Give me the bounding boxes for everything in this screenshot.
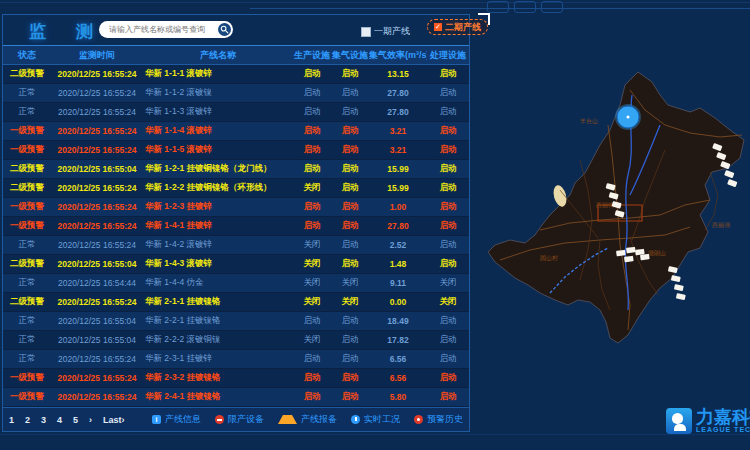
status-cell: 二级预警 [3, 293, 51, 312]
prod-facility-cell: 启动 [293, 160, 331, 179]
name-cell: 华新 1-1-4 滚镀锌 [143, 122, 293, 141]
legend-item[interactable]: 预警历史 [414, 413, 463, 426]
map-panel[interactable]: 羊台山西丽街道西丽湖园山村塘朗山 [480, 55, 750, 450]
legend-item[interactable]: 实时工况 [351, 413, 400, 426]
name-cell: 华新 2-2-1 挂镀镍铬 [143, 312, 293, 331]
page-button[interactable]: 3 [41, 415, 46, 425]
table-row[interactable]: 二级预警2020/12/25 16:55:24华新 1-1-1 滚镀锌启动启动1… [3, 65, 469, 84]
status-cell: 正常 [3, 312, 51, 331]
name-cell: 华新 1-2-2 挂镀铜镍铬（环形线） [143, 179, 293, 198]
gas-facility-cell: 启动 [331, 84, 369, 103]
prod-facility-cell: 关闭 [293, 255, 331, 274]
table-row[interactable]: 一级预警2020/12/25 16:55:24华新 1-4-1 挂镀锌启动启动2… [3, 217, 469, 236]
status-cell: 一级预警 [3, 369, 51, 388]
time-cell: 2020/12/25 16:55:24 [51, 350, 143, 369]
phase2-button[interactable]: ✓ 二期产线 [427, 19, 488, 35]
last-page-button[interactable]: Last› [103, 415, 125, 425]
gas-facility-cell: 启动 [331, 65, 369, 84]
name-cell: 华新 2-3-2 挂镀镍铬 [143, 369, 293, 388]
prod-facility-cell: 启动 [293, 122, 331, 141]
time-cell: 2020/12/25 16:55:24 [51, 122, 143, 141]
gas-facility-cell: 启动 [331, 122, 369, 141]
legend-item[interactable]: 产线报备 [278, 413, 337, 426]
site-marker[interactable] [674, 284, 684, 291]
site-marker[interactable] [724, 170, 734, 178]
table-row[interactable]: 二级预警2020/12/25 16:55:24华新 1-2-2 挂镀铜镍铬（环形… [3, 179, 469, 198]
treat-facility-cell: 启动 [427, 103, 469, 122]
table-row[interactable]: 正常2020/12/25 16:55:04华新 2-2-2 滚镀铜镍关闭启动17… [3, 331, 469, 350]
table-row[interactable]: 二级预警2020/12/25 16:55:04华新 1-4-3 滚镀锌关闭启动1… [3, 255, 469, 274]
table-row[interactable]: 一级预警2020/12/25 16:55:24华新 1-2-3 挂镀锌启动启动1… [3, 198, 469, 217]
prod-facility-cell: 启动 [293, 141, 331, 160]
monitoring-dashboard: 监测 一期产线 ✓ 二期产线 状态监测时间产线名称生产设施集气设施集气效率(m³… [0, 0, 750, 450]
name-cell: 华新 1-1-5 滚镀锌 [143, 141, 293, 160]
table-row[interactable]: 一级预警2020/12/25 16:55:24华新 1-1-5 滚镀锌启动启动3… [3, 141, 469, 160]
table-body: 二级预警2020/12/25 16:55:24华新 1-1-1 滚镀锌启动启动1… [3, 65, 469, 407]
name-cell: 华新 1-4-4 仿金 [143, 274, 293, 293]
legend-item[interactable]: i产线信息 [152, 413, 201, 426]
table-row[interactable]: 一级预警2020/12/25 16:55:24华新 2-4-1 挂镀镍铬启动启动… [3, 388, 469, 407]
monitor-table: 状态监测时间产线名称生产设施集气设施集气效率(m³/s)处理设施 二级预警202… [3, 45, 469, 407]
efficiency-cell: 3.21 [369, 122, 427, 141]
prod-facility-cell: 启动 [293, 65, 331, 84]
time-cell: 2020/12/25 16:55:24 [51, 236, 143, 255]
efficiency-cell: 6.56 [369, 369, 427, 388]
treat-facility-cell: 关闭 [427, 293, 469, 312]
gas-facility-cell: 启动 [331, 312, 369, 331]
deco-rect [514, 1, 536, 13]
checkbox-checked-icon: ✓ [434, 23, 442, 31]
report-icon [278, 415, 297, 424]
site-marker[interactable] [671, 275, 681, 282]
prod-facility-cell: 启动 [293, 312, 331, 331]
legend-label: 实时工况 [364, 413, 400, 426]
name-cell: 华新 1-2-3 挂镀锌 [143, 198, 293, 217]
column-header: 监测时间 [51, 46, 143, 65]
page-button[interactable]: 1 [9, 415, 14, 425]
page-button[interactable]: 4 [57, 415, 62, 425]
prod-facility-cell: 启动 [293, 217, 331, 236]
gas-facility-cell: 启动 [331, 141, 369, 160]
next-page-button[interactable]: › [89, 415, 92, 425]
legend-item[interactable]: 限产设备 [215, 413, 264, 426]
treat-facility-cell: 启动 [427, 350, 469, 369]
table-row[interactable]: 正常2020/12/25 16:55:24华新 1-4-2 滚镀锌关闭启动2.5… [3, 236, 469, 255]
treat-facility-cell: 启动 [427, 236, 469, 255]
monitor-panel: 监测 一期产线 ✓ 二期产线 状态监测时间产线名称生产设施集气设施集气效率(m³… [2, 14, 470, 432]
phase2-label: 二期产线 [445, 21, 481, 34]
site-marker[interactable] [727, 179, 737, 187]
table-row[interactable]: 正常2020/12/25 16:55:24华新 1-1-3 滚镀锌启动启动27.… [3, 103, 469, 122]
limit-icon [215, 415, 224, 424]
pagination: 12345›Last› [9, 415, 125, 425]
treat-facility-cell: 启动 [427, 255, 469, 274]
search-icon[interactable] [218, 23, 231, 36]
legend: i产线信息限产设备产线报备实时工况预警历史 [152, 413, 463, 426]
site-marker[interactable] [676, 293, 686, 300]
table-row[interactable]: 正常2020/12/25 16:55:24华新 1-1-2 滚镀镍启动启动27.… [3, 84, 469, 103]
table-row[interactable]: 正常2020/12/25 16:54:44华新 1-4-4 仿金关闭关闭9.11… [3, 274, 469, 293]
table-row[interactable]: 二级预警2020/12/25 16:55:04华新 1-2-1 挂镀铜镍铬（龙门… [3, 160, 469, 179]
table-row[interactable]: 正常2020/12/25 16:55:04华新 2-2-1 挂镀镍铬启动启动18… [3, 312, 469, 331]
table-row[interactable]: 一级预警2020/12/25 16:55:24华新 1-1-4 滚镀锌启动启动3… [3, 122, 469, 141]
efficiency-cell: 13.15 [369, 65, 427, 84]
gas-facility-cell: 关闭 [331, 274, 369, 293]
table-row[interactable]: 正常2020/12/25 16:55:24华新 2-3-1 挂镀锌启动启动6.5… [3, 350, 469, 369]
page-button[interactable]: 2 [25, 415, 30, 425]
phase1-checkbox[interactable]: 一期产线 [361, 25, 410, 38]
page-button[interactable]: 5 [73, 415, 78, 425]
search-input[interactable] [107, 24, 218, 35]
time-cell: 2020/12/25 16:55:24 [51, 179, 143, 198]
table-row[interactable]: 二级预警2020/12/25 16:55:24华新 2-1-1 挂镀镍铬关闭关闭… [3, 293, 469, 312]
efficiency-cell: 1.00 [369, 198, 427, 217]
time-cell: 2020/12/25 16:55:24 [51, 141, 143, 160]
prod-facility-cell: 关闭 [293, 179, 331, 198]
gas-facility-cell: 启动 [331, 217, 369, 236]
status-cell: 一级预警 [3, 198, 51, 217]
status-cell: 正常 [3, 274, 51, 293]
table-row[interactable]: 一级预警2020/12/25 16:55:24华新 2-3-2 挂镀镍铬启动启动… [3, 369, 469, 388]
time-cell: 2020/12/25 16:55:24 [51, 369, 143, 388]
efficiency-cell: 17.82 [369, 331, 427, 350]
realtime-icon [351, 415, 360, 424]
map-svg: 羊台山西丽街道西丽湖园山村塘朗山 [480, 55, 750, 450]
gas-facility-cell: 启动 [331, 179, 369, 198]
efficiency-cell: 15.99 [369, 179, 427, 198]
